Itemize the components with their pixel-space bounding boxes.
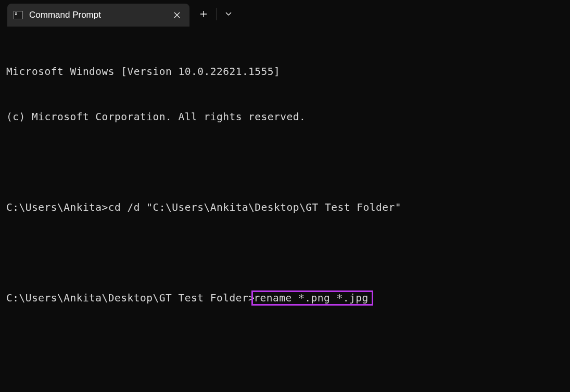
command-text: cd /d "C:\Users\Ankita\Desktop\GT Test F… xyxy=(108,201,401,213)
terminal-blank xyxy=(6,155,564,170)
new-tab-button[interactable] xyxy=(194,4,213,24)
terminal-line: Microsoft Windows [Version 10.0.22621.15… xyxy=(6,64,564,79)
title-bar: Command Prompt xyxy=(0,0,570,27)
tab-title: Command Prompt xyxy=(29,10,162,20)
cmd-icon xyxy=(14,11,23,19)
highlighted-command: rename *.png *.jpg xyxy=(251,290,373,306)
prompt-text: C:\Users\Ankita> xyxy=(6,201,108,213)
terminal-line: (c) Microsoft Corporation. All rights re… xyxy=(6,109,564,124)
terminal-line: C:\Users\Ankita\Desktop\GT Test Folder>r… xyxy=(6,290,564,306)
tab-active[interactable]: Command Prompt xyxy=(7,4,189,27)
divider xyxy=(217,8,217,20)
prompt-text: C:\Users\Ankita\Desktop\GT Test Folder> xyxy=(6,292,255,304)
terminal-output[interactable]: Microsoft Windows [Version 10.0.22621.15… xyxy=(0,27,570,328)
tab-dropdown-button[interactable] xyxy=(220,6,237,22)
terminal-line: C:\Users\Ankita>cd /d "C:\Users\Ankita\D… xyxy=(6,200,564,215)
terminal-blank xyxy=(6,245,564,260)
close-tab-button[interactable] xyxy=(169,7,185,23)
